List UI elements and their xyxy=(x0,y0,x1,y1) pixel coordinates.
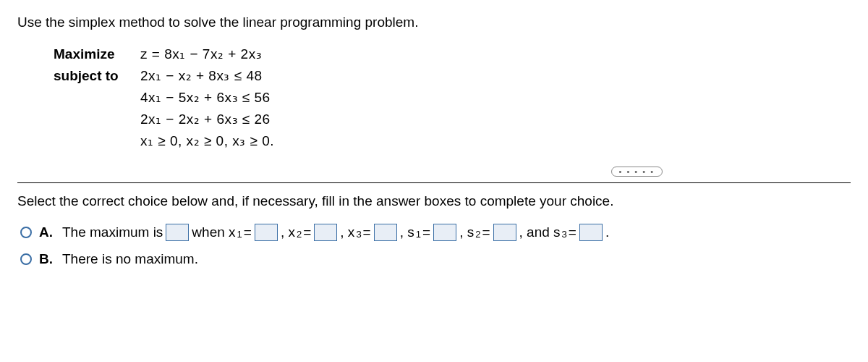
answer-x3[interactable] xyxy=(374,224,397,241)
sub: 2 xyxy=(475,229,480,240)
radio-b[interactable] xyxy=(20,253,32,265)
objective-function: z = 8x₁ − 7x₂ + 2x₃ xyxy=(140,43,274,65)
text: , x xyxy=(281,224,295,240)
constraint-1: 2x₁ − x₂ + 8x₃ ≤ 48 xyxy=(140,65,274,87)
choice-b-row[interactable]: B. There is no maximum. xyxy=(20,251,851,267)
sub: 1 xyxy=(416,229,421,240)
choice-a-letter: A. xyxy=(39,224,55,240)
answer-x1[interactable] xyxy=(255,224,278,241)
question-text: Use the simplex method to solve the line… xyxy=(17,14,851,30)
label-subject-to: subject to xyxy=(54,65,140,87)
sub: 3 xyxy=(562,229,567,240)
answer-s3[interactable] xyxy=(579,224,603,241)
text: = xyxy=(244,224,252,240)
text: = xyxy=(363,224,371,240)
answer-s2[interactable] xyxy=(493,224,516,241)
text: = xyxy=(569,224,576,240)
answer-x2[interactable] xyxy=(314,224,337,241)
more-indicator[interactable]: • • • • • xyxy=(17,162,851,178)
text: , x xyxy=(340,224,354,240)
answer-max[interactable] xyxy=(166,224,189,241)
choice-b-letter: B. xyxy=(39,251,55,267)
sub: 2 xyxy=(297,229,302,240)
sub: 3 xyxy=(356,229,361,240)
constraint-2: 4x₁ − 5x₂ + 6x₃ ≤ 56 xyxy=(140,87,274,109)
answer-s1[interactable] xyxy=(433,224,456,241)
text: = xyxy=(482,224,490,240)
separator xyxy=(17,182,851,183)
text: The maximum is xyxy=(62,224,163,240)
choice-a-content: The maximum is when x1 = , x2 = , x3 = ,… xyxy=(62,224,609,241)
instructions: Select the correct choice below and, if … xyxy=(17,193,851,209)
math-block: Maximize subject to z = 8x₁ − 7x₂ + 2x₃ … xyxy=(54,43,851,152)
text: = xyxy=(422,224,430,240)
choice-b-text: There is no maximum. xyxy=(62,251,198,267)
text: . xyxy=(605,224,609,240)
radio-a[interactable] xyxy=(20,227,32,238)
choice-a-row[interactable]: A. The maximum is when x1 = , x2 = , x3 … xyxy=(20,224,851,241)
constraint-3: 2x₁ − 2x₂ + 6x₃ ≤ 26 xyxy=(140,109,274,130)
text: when x xyxy=(192,224,235,240)
text: , s xyxy=(459,224,474,240)
text: = xyxy=(303,224,311,240)
text: , s xyxy=(400,224,414,240)
nonnegativity: x₁ ≥ 0, x₂ ≥ 0, x₃ ≥ 0. xyxy=(140,130,274,152)
sub: 1 xyxy=(237,229,242,240)
text: , and s xyxy=(519,224,561,240)
dots-icon: • • • • • xyxy=(611,167,663,177)
label-maximize: Maximize xyxy=(54,43,140,65)
